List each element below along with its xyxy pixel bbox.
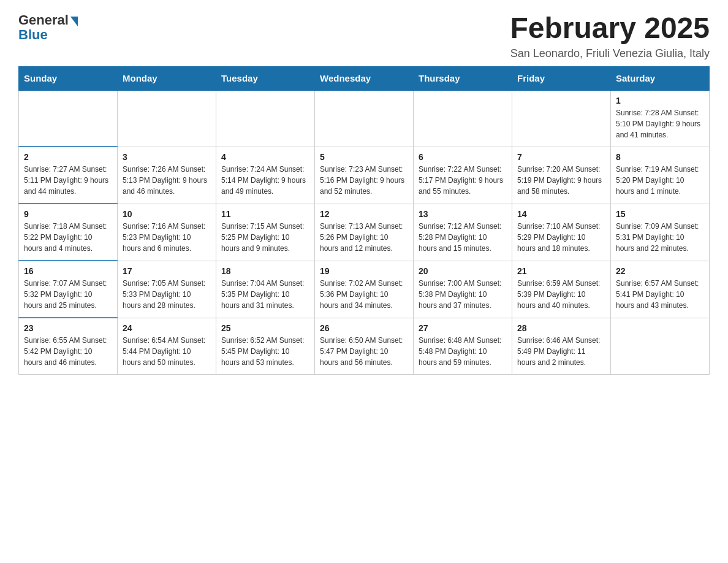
day-header-sunday: Sunday [19,66,118,90]
day-info: Sunrise: 6:48 AM Sunset: 5:48 PM Dayligh… [419,335,507,368]
calendar-cell: 16Sunrise: 7:07 AM Sunset: 5:32 PM Dayli… [19,261,118,318]
calendar-cell: 26Sunrise: 6:50 AM Sunset: 5:47 PM Dayli… [315,318,414,375]
calendar-cell [611,318,710,375]
day-info: Sunrise: 6:52 AM Sunset: 5:45 PM Dayligh… [221,335,309,368]
day-number: 14 [517,209,605,219]
calendar-cell: 24Sunrise: 6:54 AM Sunset: 5:44 PM Dayli… [118,318,216,375]
day-header-thursday: Thursday [414,66,512,90]
day-number: 16 [24,266,112,276]
day-number: 25 [221,323,309,333]
calendar-cell [118,90,216,147]
day-info: Sunrise: 7:10 AM Sunset: 5:29 PM Dayligh… [517,221,605,254]
day-info: Sunrise: 7:04 AM Sunset: 5:35 PM Dayligh… [221,278,309,311]
logo-blue-text: Blue [18,27,48,43]
day-number: 15 [616,209,704,219]
calendar-week-1: 1Sunrise: 7:28 AM Sunset: 5:10 PM Daylig… [19,90,710,147]
calendar-week-2: 2Sunrise: 7:27 AM Sunset: 5:11 PM Daylig… [19,147,710,204]
day-header-row: SundayMondayTuesdayWednesdayThursdayFrid… [19,66,710,90]
day-number: 9 [24,209,112,219]
calendar-cell: 4Sunrise: 7:24 AM Sunset: 5:14 PM Daylig… [216,147,315,204]
day-number: 3 [123,152,211,162]
calendar-cell: 28Sunrise: 6:46 AM Sunset: 5:49 PM Dayli… [512,318,611,375]
logo-general-text: General [18,12,69,28]
logo: General Blue [18,12,78,43]
day-info: Sunrise: 6:46 AM Sunset: 5:49 PM Dayligh… [517,335,605,368]
day-info: Sunrise: 7:18 AM Sunset: 5:22 PM Dayligh… [24,221,112,254]
calendar-cell: 10Sunrise: 7:16 AM Sunset: 5:23 PM Dayli… [118,204,216,261]
calendar-cell: 18Sunrise: 7:04 AM Sunset: 5:35 PM Dayli… [216,261,315,318]
day-number: 24 [123,323,211,333]
calendar-cell: 8Sunrise: 7:19 AM Sunset: 5:20 PM Daylig… [611,147,710,204]
day-info: Sunrise: 7:12 AM Sunset: 5:28 PM Dayligh… [419,221,507,254]
day-info: Sunrise: 7:23 AM Sunset: 5:16 PM Dayligh… [320,164,408,197]
day-info: Sunrise: 7:00 AM Sunset: 5:38 PM Dayligh… [419,278,507,311]
calendar-cell: 21Sunrise: 6:59 AM Sunset: 5:39 PM Dayli… [512,261,611,318]
day-info: Sunrise: 7:15 AM Sunset: 5:25 PM Dayligh… [221,221,309,254]
calendar-cell: 22Sunrise: 6:57 AM Sunset: 5:41 PM Dayli… [611,261,710,318]
day-number: 26 [320,323,408,333]
day-number: 11 [221,209,309,219]
day-number: 7 [517,152,605,162]
day-number: 17 [123,266,211,276]
day-number: 19 [320,266,408,276]
day-number: 2 [24,152,112,162]
day-header-monday: Monday [118,66,216,90]
calendar-cell [19,90,118,147]
calendar-cell: 23Sunrise: 6:55 AM Sunset: 5:42 PM Dayli… [19,318,118,375]
calendar-cell: 12Sunrise: 7:13 AM Sunset: 5:26 PM Dayli… [315,204,414,261]
calendar-cell: 7Sunrise: 7:20 AM Sunset: 5:19 PM Daylig… [512,147,611,204]
calendar-header: SundayMondayTuesdayWednesdayThursdayFrid… [19,66,710,90]
day-info: Sunrise: 7:05 AM Sunset: 5:33 PM Dayligh… [123,278,211,311]
calendar-cell: 3Sunrise: 7:26 AM Sunset: 5:13 PM Daylig… [118,147,216,204]
day-number: 21 [517,266,605,276]
day-info: Sunrise: 7:09 AM Sunset: 5:31 PM Dayligh… [616,221,704,254]
day-number: 5 [320,152,408,162]
day-number: 4 [221,152,309,162]
calendar-cell: 19Sunrise: 7:02 AM Sunset: 5:36 PM Dayli… [315,261,414,318]
day-number: 27 [419,323,507,333]
calendar-cell: 27Sunrise: 6:48 AM Sunset: 5:48 PM Dayli… [414,318,512,375]
logo-arrow-icon [70,17,78,26]
day-header-wednesday: Wednesday [315,66,414,90]
month-title: February 2025 [510,12,710,45]
day-info: Sunrise: 6:50 AM Sunset: 5:47 PM Dayligh… [320,335,408,368]
day-number: 20 [419,266,507,276]
calendar-week-5: 23Sunrise: 6:55 AM Sunset: 5:42 PM Dayli… [19,318,710,375]
day-number: 22 [616,266,704,276]
calendar-cell: 6Sunrise: 7:22 AM Sunset: 5:17 PM Daylig… [414,147,512,204]
calendar-cell: 11Sunrise: 7:15 AM Sunset: 5:25 PM Dayli… [216,204,315,261]
day-number: 23 [24,323,112,333]
day-info: Sunrise: 7:28 AM Sunset: 5:10 PM Dayligh… [616,107,704,140]
calendar-cell [414,90,512,147]
calendar-cell: 15Sunrise: 7:09 AM Sunset: 5:31 PM Dayli… [611,204,710,261]
day-info: Sunrise: 7:13 AM Sunset: 5:26 PM Dayligh… [320,221,408,254]
day-header-friday: Friday [512,66,611,90]
day-info: Sunrise: 6:57 AM Sunset: 5:41 PM Dayligh… [616,278,704,311]
day-info: Sunrise: 7:27 AM Sunset: 5:11 PM Dayligh… [24,164,112,197]
day-number: 18 [221,266,309,276]
day-number: 8 [616,152,704,162]
day-header-saturday: Saturday [611,66,710,90]
calendar-week-4: 16Sunrise: 7:07 AM Sunset: 5:32 PM Dayli… [19,261,710,318]
calendar-cell: 13Sunrise: 7:12 AM Sunset: 5:28 PM Dayli… [414,204,512,261]
page-header: General Blue February 2025 San Leonardo,… [18,12,710,60]
day-info: Sunrise: 7:07 AM Sunset: 5:32 PM Dayligh… [24,278,112,311]
day-header-tuesday: Tuesday [216,66,315,90]
day-info: Sunrise: 6:59 AM Sunset: 5:39 PM Dayligh… [517,278,605,311]
calendar-cell: 20Sunrise: 7:00 AM Sunset: 5:38 PM Dayli… [414,261,512,318]
calendar-cell [315,90,414,147]
calendar-table: SundayMondayTuesdayWednesdayThursdayFrid… [18,66,710,375]
calendar-body: 1Sunrise: 7:28 AM Sunset: 5:10 PM Daylig… [19,90,710,375]
calendar-cell: 14Sunrise: 7:10 AM Sunset: 5:29 PM Dayli… [512,204,611,261]
calendar-cell: 1Sunrise: 7:28 AM Sunset: 5:10 PM Daylig… [611,90,710,147]
day-number: 12 [320,209,408,219]
day-info: Sunrise: 6:55 AM Sunset: 5:42 PM Dayligh… [24,335,112,368]
calendar-cell [216,90,315,147]
title-block: February 2025 San Leonardo, Friuli Venez… [510,12,710,60]
calendar-cell [512,90,611,147]
day-info: Sunrise: 7:26 AM Sunset: 5:13 PM Dayligh… [123,164,211,197]
day-number: 13 [419,209,507,219]
day-info: Sunrise: 7:24 AM Sunset: 5:14 PM Dayligh… [221,164,309,197]
calendar-week-3: 9Sunrise: 7:18 AM Sunset: 5:22 PM Daylig… [19,204,710,261]
calendar-cell: 9Sunrise: 7:18 AM Sunset: 5:22 PM Daylig… [19,204,118,261]
